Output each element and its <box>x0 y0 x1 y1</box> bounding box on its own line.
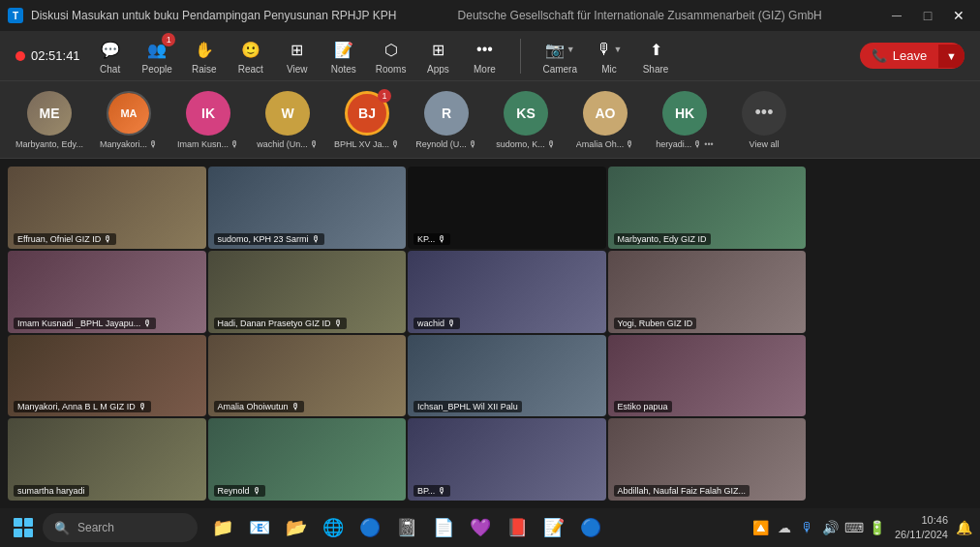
raise-icon: ✋ <box>190 37 219 62</box>
apps-control[interactable]: ⊞ Apps <box>423 37 452 75</box>
video-cell-8: Yogi, Ruben GIZ ID <box>608 251 807 333</box>
mic-small-6: 🎙 <box>334 319 343 328</box>
video-cell-15: BP... 🎙 <box>408 418 606 501</box>
taskbar-folder[interactable]: 📂 <box>279 510 314 545</box>
avatar-wachid[interactable]: W wachid (Un... 🎙 <box>254 91 322 149</box>
avatar-circle-heryadi: HK <box>662 91 707 136</box>
notification-bell-icon[interactable]: 🔔 <box>956 520 972 535</box>
taskbar-outlook[interactable]: 📧 <box>242 510 277 545</box>
react-icon: 🙂 <box>236 37 265 62</box>
notes-control[interactable]: 📝 Notes <box>329 37 358 75</box>
avatar-photo-manyakori: MA <box>107 91 151 136</box>
avatar-name-imam: Imam Kusn... 🎙 <box>177 139 239 149</box>
avatar-name-marbyanto: Marbyanto, Edy... <box>15 139 83 149</box>
view-control[interactable]: ⊞ View <box>283 37 312 75</box>
onedrive-icon[interactable]: ☁ <box>775 520 794 535</box>
video-cell-9: Manyakori, Anna B L M GIZ ID 🎙 <box>8 335 206 417</box>
avatar-circle-amalia: AO <box>583 91 628 136</box>
avatar-marbyanto[interactable]: ME Marbyanto, Edy... <box>15 91 83 149</box>
teams-app-icon: T <box>8 8 23 23</box>
video-label-8: Yogi, Ruben GIZ ID <box>614 318 697 329</box>
video-cell-13: sumartha haryadi <box>8 418 206 501</box>
share-control[interactable]: ⬆ Share <box>641 37 670 75</box>
video-cell-1: Effruan, Ofniel GIZ ID 🎙 <box>8 167 206 249</box>
taskbar-word[interactable]: 📄 <box>426 510 461 545</box>
taskbar-chrome2[interactable]: 🔵 <box>573 510 608 545</box>
avatar-reynold[interactable]: R Reynold (U... 🎙 <box>413 91 480 149</box>
taskbar-chrome[interactable]: 🔵 <box>352 510 387 545</box>
folder-icon: 📂 <box>286 517 307 538</box>
meeting-timer: 02:51:41 <box>15 48 80 63</box>
taskbar-file-explorer[interactable]: 📁 <box>205 510 240 545</box>
mic-small-15: 🎙 <box>438 486 446 496</box>
people-control[interactable]: 👥 1 People <box>142 37 172 75</box>
edge-icon: 🌐 <box>322 517 344 538</box>
video-label-3: KP... 🎙 <box>413 233 450 245</box>
taskbar-edge[interactable]: 🌐 <box>316 510 351 545</box>
rooms-control[interactable]: ⬡ Rooms <box>376 37 407 75</box>
avatar-circle-reynold: R <box>424 91 469 136</box>
microphone-sys-icon[interactable]: 🎙 <box>798 520 817 535</box>
leave-dropdown-button[interactable]: ▼ <box>938 45 965 68</box>
windows-logo <box>14 518 33 537</box>
keyboard-icon[interactable]: ⌨ <box>844 520 864 535</box>
view-all-button[interactable]: ••• <box>742 91 786 136</box>
avatar-heryadi[interactable]: HK heryadi... 🎙 ••• <box>651 91 719 149</box>
avatar-sudomo[interactable]: KS sudomo, K... 🎙 <box>492 91 560 149</box>
leave-main-button[interactable]: 📞 Leave <box>860 43 938 69</box>
more-control[interactable]: ••• More <box>470 37 499 75</box>
video-cell-2: sudomo, KPH 23 Sarmi 🎙 <box>208 167 407 249</box>
title-bar-controls: ─ □ ✕ <box>883 5 972 26</box>
taskbar-teams[interactable]: 💜 <box>463 510 498 545</box>
search-placeholder: Search <box>77 521 114 534</box>
system-clock[interactable]: 10:46 26/11/2024 <box>895 513 948 543</box>
taskbar-onenote[interactable]: 📓 <box>389 510 424 545</box>
battery-icon[interactable]: 🔋 <box>868 520 887 535</box>
maximize-button[interactable]: □ <box>914 5 941 26</box>
rooms-icon: ⬡ <box>377 37 406 62</box>
mic-control[interactable]: 🎙 ▼ Mic <box>595 37 624 75</box>
video-cell-12: Estiko papua <box>608 335 807 417</box>
raise-label: Raise <box>192 64 217 75</box>
chat-icon: 💬 <box>96 37 125 62</box>
more-label: More <box>474 64 496 75</box>
taskbar-search[interactable]: 🔍 Search <box>43 513 198 542</box>
avatar-name-amalia: Amalia Oh... 🎙 <box>576 139 635 149</box>
mic-small-5: 🎙 <box>143 319 152 328</box>
leave-button-wrapper[interactable]: 📞 Leave ▼ <box>860 43 965 69</box>
avatar-name-wachid: wachid (Un... 🎙 <box>257 139 319 149</box>
close-button[interactable]: ✕ <box>945 5 972 26</box>
taskbar-right-area: 🔼 ☁ 🎙 🔊 ⌨ 🔋 10:46 26/11/2024 🔔 <box>751 513 972 543</box>
chat-control[interactable]: 💬 Chat <box>96 37 125 75</box>
volume-icon[interactable]: 🔊 <box>821 520 841 535</box>
avatar-manyakori[interactable]: MA Manyakori... 🎙 <box>95 91 163 149</box>
mic-icon-reynold: 🎙 <box>469 139 477 149</box>
taskbar-sticky-notes[interactable]: 📝 <box>536 510 571 545</box>
chevron-up-icon[interactable]: 🔼 <box>751 520 771 535</box>
video-cell-10: Amalia Ohoiwutun 🎙 <box>208 335 407 417</box>
mic-icon-bphl: 🎙 <box>391 139 400 149</box>
avatar-bphl[interactable]: BJ 1 BPHL XV Ja... 🎙 <box>333 91 401 149</box>
apps-icon: ⊞ <box>423 37 452 62</box>
camera-control[interactable]: 📷 ▼ Camera <box>542 37 577 75</box>
start-button[interactable] <box>8 512 39 543</box>
mic-label: Mic <box>601 64 617 75</box>
mic-icon-sudomo: 🎙 <box>547 139 556 149</box>
taskbar-acrobat[interactable]: 📕 <box>500 510 535 545</box>
mic-small-14: 🎙 <box>253 486 261 496</box>
avatar-container-manyakori: MA <box>107 91 151 136</box>
leave-label: Leave <box>893 48 927 63</box>
avatar-imam[interactable]: IK Imam Kusn... 🎙 <box>174 91 242 149</box>
mic-icon-imam: 🎙 <box>230 139 239 149</box>
video-label-2: sudomo, KPH 23 Sarmi 🎙 <box>214 233 324 245</box>
video-cell-16: Abdillah, Naufal Faiz Falah GIZ... <box>608 418 807 501</box>
minimize-button[interactable]: ─ <box>883 5 910 26</box>
react-control[interactable]: 🙂 React <box>236 37 265 75</box>
view-all-item[interactable]: ••• View all <box>730 91 798 149</box>
raise-control[interactable]: ✋ Raise <box>190 37 219 75</box>
video-label-12: Estiko papua <box>614 401 672 412</box>
video-label-10: Amalia Ohoiwutun 🎙 <box>214 401 304 412</box>
camera-label: Camera <box>542 64 577 75</box>
window-title: Diskusi Masukan untuk buku Pendampingan … <box>31 9 396 22</box>
avatar-amalia[interactable]: AO Amalia Oh... 🎙 <box>571 91 639 149</box>
